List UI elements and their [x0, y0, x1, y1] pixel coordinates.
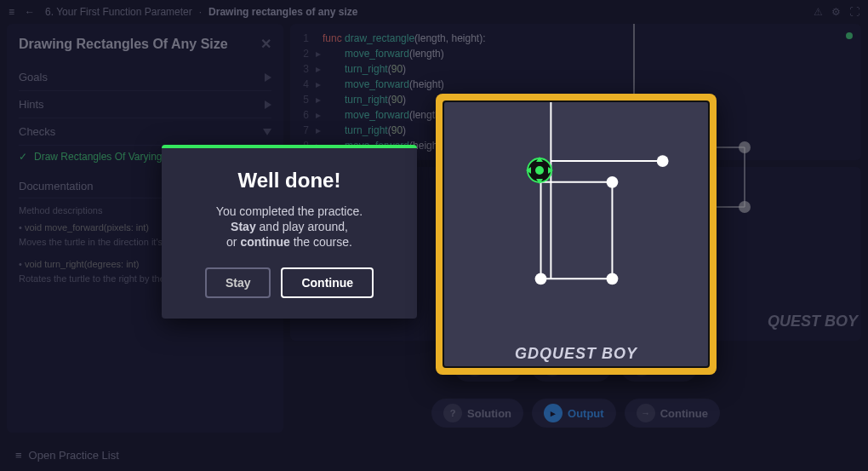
svg-point-17	[535, 166, 544, 175]
modal-title: Well done!	[182, 169, 397, 192]
modal-continue-button[interactable]: Continue	[281, 267, 374, 298]
svg-point-14	[607, 273, 619, 284]
modal-line2: Stay and play around,	[182, 220, 397, 233]
svg-point-12	[657, 155, 669, 167]
turtle-sprite	[523, 153, 557, 187]
stay-button[interactable]: Stay	[205, 267, 271, 298]
output-label: GDQUEST BOY	[444, 345, 708, 363]
modal-line1: You completed the practice.	[182, 204, 397, 218]
output-canvas: GDQUEST BOY	[443, 101, 710, 368]
modal-backdrop	[0, 0, 868, 471]
output-window[interactable]: GDQUEST BOY	[436, 94, 717, 375]
svg-point-13	[607, 176, 619, 188]
svg-point-15	[535, 273, 547, 284]
modal-line3: or continue the course.	[182, 235, 397, 249]
completion-modal: Well done! You completed the practice. S…	[162, 145, 417, 319]
